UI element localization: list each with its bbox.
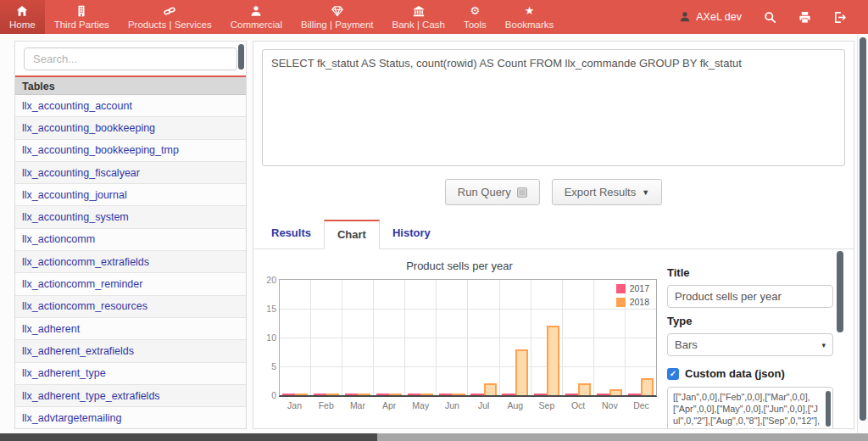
bar-2018-feb[interactable] xyxy=(326,394,339,395)
nav-item-label: Bank | Cash xyxy=(392,20,445,30)
table-item[interactable]: llx_actioncomm_extrafields xyxy=(15,251,246,273)
bar-2017-jul[interactable] xyxy=(470,394,483,395)
nav-item-products-services[interactable]: Products | Services xyxy=(119,0,221,34)
bar-2017-sep[interactable] xyxy=(534,394,547,395)
tab-history[interactable]: History xyxy=(380,220,443,248)
chart-type-select[interactable]: Bars ▾ xyxy=(667,333,833,356)
y-axis-tick-label: 10 xyxy=(266,332,276,343)
bar-2018-apr[interactable] xyxy=(389,394,402,395)
table-item[interactable]: llx_adherent_extrafields xyxy=(15,340,246,362)
window-horizontal-scrollbar-thumb[interactable] xyxy=(0,433,377,441)
user-name: AXeL dev xyxy=(696,11,742,23)
bar-2018-sep[interactable] xyxy=(547,326,559,395)
table-item[interactable]: llx_accounting_bookkeeping xyxy=(15,117,246,139)
cogs-icon: ⚙ xyxy=(469,4,481,17)
links-icon xyxy=(164,4,176,17)
table-item[interactable]: llx_accounting_bookkeeping_tmp xyxy=(15,140,246,162)
textarea-scrollbar[interactable] xyxy=(826,391,831,427)
gem-icon xyxy=(331,4,343,17)
window-vertical-scrollbar[interactable] xyxy=(857,34,868,433)
nav-item-label: Bookmarks xyxy=(505,20,554,30)
chart-area: Product sells per year 20172018 05101520… xyxy=(257,254,662,416)
panel-scrollbar-thumb[interactable] xyxy=(837,251,843,332)
table-item[interactable]: llx_adherent_type_extrafields xyxy=(15,385,246,407)
x-axis-tick-label: Jul xyxy=(468,400,499,410)
nav-item-billing-payment[interactable]: Billing | Payment xyxy=(292,0,382,34)
table-item[interactable]: llx_actioncomm_reminder xyxy=(15,273,246,295)
star-icon: ★ xyxy=(523,4,536,17)
bar-2017-aug[interactable] xyxy=(502,394,515,395)
tab-results[interactable]: Results xyxy=(259,220,324,248)
table-item[interactable]: llx_accounting_account xyxy=(15,95,246,117)
custom-data-textarea[interactable]: [["Jan",0,0],["Feb",0,0],["Mar",0,0],["A… xyxy=(667,387,833,429)
y-axis-tick-label: 15 xyxy=(266,304,276,314)
nav-item-label: Home xyxy=(9,20,36,30)
bar-2018-jan[interactable] xyxy=(295,394,308,395)
bar-2018-oct[interactable] xyxy=(578,383,591,395)
bar-2017-jun[interactable] xyxy=(439,394,452,395)
logout-icon[interactable] xyxy=(833,11,846,24)
bar-2017-oct[interactable] xyxy=(565,394,578,395)
nav-item-bookmarks[interactable]: ★Bookmarks xyxy=(496,0,564,34)
bar-2018-mar[interactable] xyxy=(358,394,370,395)
search-input[interactable] xyxy=(24,47,237,70)
chart-title-input[interactable] xyxy=(667,285,833,308)
legend-swatch xyxy=(616,284,626,293)
user-menu[interactable]: AXeL dev xyxy=(679,11,742,23)
chart-month-mar xyxy=(342,280,374,395)
chart-plot-wrap: 20172018 05101520 JanFebMarAprMayJunJulA… xyxy=(279,279,657,410)
custom-data-checkbox[interactable]: ✓ xyxy=(667,368,679,380)
result-tabs: ResultsChartHistory xyxy=(253,220,854,249)
custom-data-row: ✓ Custom data (json) xyxy=(667,367,838,380)
window-horizontal-scrollbar[interactable] xyxy=(0,433,868,441)
x-axis-tick-label: Nov xyxy=(594,400,626,410)
nav-item-tools[interactable]: ⚙Tools xyxy=(454,0,496,34)
chart-type-value: Bars xyxy=(675,338,698,351)
top-nav-bar: HomeThird PartiesProducts | ServicesComm… xyxy=(0,0,868,34)
y-axis-tick-label: 0 xyxy=(271,390,276,400)
table-item[interactable]: llx_actioncomm_resources xyxy=(15,296,246,318)
legend-entry-2018: 2018 xyxy=(616,297,649,307)
table-item[interactable]: llx_adherent_type xyxy=(15,363,246,385)
bar-2018-nov[interactable] xyxy=(609,389,622,395)
run-query-button[interactable]: Run Query xyxy=(445,179,540,205)
table-item[interactable]: llx_advtargetemailing xyxy=(15,407,246,429)
user-avatar-icon xyxy=(679,11,691,23)
bar-2018-aug[interactable] xyxy=(515,349,528,395)
table-item[interactable]: llx_actioncomm xyxy=(15,229,246,251)
export-results-button[interactable]: Export Results ▼ xyxy=(552,179,662,205)
sql-query-editor[interactable]: SELECT fk_statut AS Status, count(rowid)… xyxy=(262,49,845,166)
sidebar-scrollbar[interactable] xyxy=(238,44,244,70)
search-icon[interactable] xyxy=(764,11,776,24)
nav-item-bank-cash[interactable]: Bank | Cash xyxy=(383,0,454,34)
run-query-shortcut-icon xyxy=(517,187,527,198)
bar-2017-feb[interactable] xyxy=(314,394,326,395)
tab-chart[interactable]: Chart xyxy=(324,220,380,249)
nav-item-commercial[interactable]: Commercial xyxy=(221,0,292,34)
bar-2017-may[interactable] xyxy=(408,394,420,395)
table-item[interactable]: llx_accounting_fiscalyear xyxy=(15,162,246,184)
chevron-down-icon: ▼ xyxy=(642,188,649,197)
table-item[interactable]: llx_accounting_system xyxy=(15,206,246,228)
panel-scrollbar-track[interactable] xyxy=(837,251,843,414)
bar-2018-jun[interactable] xyxy=(452,394,465,395)
window-vertical-scrollbar-thumb[interactable] xyxy=(860,37,866,421)
bar-2017-mar[interactable] xyxy=(345,394,358,395)
legend-label: 2017 xyxy=(630,283,649,293)
bar-2018-jul[interactable] xyxy=(484,383,497,395)
bar-2017-dec[interactable] xyxy=(628,394,641,395)
bar-2017-jan[interactable] xyxy=(282,394,295,395)
table-item[interactable]: llx_accounting_journal xyxy=(15,184,246,206)
bar-2017-nov[interactable] xyxy=(597,394,609,395)
print-icon[interactable] xyxy=(798,11,811,24)
query-actions: Run Query Export Results ▼ xyxy=(253,179,854,205)
x-axis-tick-label: Dec xyxy=(626,400,657,410)
nav-menu: HomeThird PartiesProducts | ServicesComm… xyxy=(0,0,563,34)
nav-item-home[interactable]: Home xyxy=(0,0,45,34)
table-item[interactable]: llx_adherent xyxy=(15,318,246,340)
nav-item-third-parties[interactable]: Third Parties xyxy=(45,0,119,34)
bar-2018-dec[interactable] xyxy=(641,378,654,395)
bar-2017-apr[interactable] xyxy=(376,394,389,395)
export-results-label: Export Results xyxy=(565,186,637,198)
bar-2018-may[interactable] xyxy=(420,394,433,395)
